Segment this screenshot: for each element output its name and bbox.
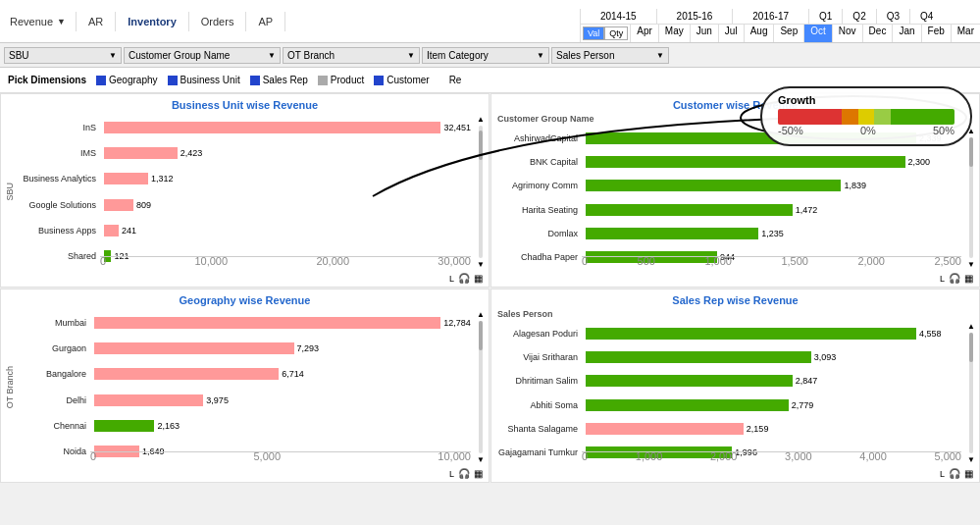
bu-scroll-up[interactable]: ▲ — [477, 115, 485, 124]
cw-x25k: 2,500 — [934, 255, 961, 267]
month-sep[interactable]: Sep — [774, 25, 804, 42]
dim-business-unit[interactable]: Business Unit — [168, 75, 240, 85]
growth-orange — [842, 109, 857, 125]
cw-scroll-down[interactable]: ▼ — [967, 260, 975, 269]
geo-x0: 0 — [90, 450, 96, 462]
bu-bar-ins: 32,451 — [104, 121, 471, 134]
month-jul[interactable]: Jul — [719, 25, 745, 42]
dim-sales-rep[interactable]: Sales Rep — [250, 75, 308, 85]
pick-dimensions-label: Pick Dimensions — [8, 75, 86, 85]
sr-footer-l[interactable]: L — [940, 469, 945, 479]
filter-sbu-arrow: ▼ — [109, 51, 117, 60]
nav-orders[interactable]: Orders — [189, 12, 247, 31]
dim-product-label: Product — [331, 75, 364, 85]
year-2016-17: 2016-17 — [733, 9, 809, 24]
bu-scrollbar: ▲ ▼ — [475, 113, 487, 271]
bu-footer-l[interactable]: L — [449, 274, 454, 284]
sr-x0: 0 — [582, 450, 588, 462]
bu-scroll-down[interactable]: ▼ — [477, 260, 485, 269]
bu-row-gs: Google Solutions — [17, 200, 100, 210]
q4: Q4 — [910, 9, 943, 24]
nav-ar[interactable]: AR — [77, 12, 116, 31]
product-color-box — [318, 76, 328, 85]
panel-business-unit: Business Unit wise Revenue SBU InS IMS B… — [0, 93, 490, 288]
month-jun[interactable]: Jun — [691, 25, 719, 42]
geography-color-box — [96, 76, 106, 85]
month-apr[interactable]: Apr — [631, 25, 659, 42]
dim-product[interactable]: Product — [318, 75, 364, 85]
sr-scroll-up[interactable]: ▲ — [967, 322, 975, 331]
growth-title: Growth — [778, 94, 816, 106]
geo-scrollbar: ▲ ▼ — [475, 308, 487, 466]
filter-sp-label: Sales Person — [556, 50, 614, 61]
nav-bar: Revenue ▼ AR Inventory Orders AP 2014-15… — [0, 0, 980, 43]
geo-scroll-down[interactable]: ▼ — [477, 455, 485, 464]
cw-bar-5: 1,235 — [586, 227, 961, 240]
bu-grid-icon[interactable]: ▦ — [474, 273, 483, 284]
bu-x30k: 30,000 — [438, 255, 471, 267]
filter-item-arrow: ▼ — [537, 51, 544, 60]
geo-bar-gurgaon: 7,293 — [94, 341, 471, 355]
cw-row-6: Chadha Paper — [493, 252, 582, 262]
filter-item-category[interactable]: Item Category ▼ — [422, 47, 549, 64]
filter-sales-person[interactable]: Sales Person ▼ — [551, 47, 669, 64]
sr-headphone-icon[interactable]: 🎧 — [949, 468, 960, 479]
nav-ap[interactable]: AP — [246, 12, 285, 31]
month-oct[interactable]: Oct — [804, 25, 833, 42]
bu-bar-gs: 809 — [104, 198, 471, 212]
bu-chart-title: Business Unit wise Revenue — [3, 96, 487, 113]
cw-row-4: Harita Seating — [493, 205, 582, 215]
month-aug[interactable]: Aug — [745, 25, 775, 42]
sr-grid-icon[interactable]: ▦ — [964, 468, 973, 479]
sr-scroll-down[interactable]: ▼ — [967, 455, 975, 464]
sr-scroll-track — [969, 333, 973, 453]
sr-x2k: 2,000 — [710, 450, 738, 462]
cw-bar-3: 1,839 — [586, 179, 961, 192]
bu-bar-bapps: 241 — [104, 224, 471, 237]
month-may[interactable]: May — [659, 25, 691, 42]
bu-headphone-icon[interactable]: 🎧 — [458, 273, 470, 284]
filter-item-label: Item Category — [427, 50, 489, 61]
cw-grid-icon[interactable]: ▦ — [964, 273, 973, 284]
month-jan[interactable]: Jan — [893, 25, 921, 42]
filter-ot-branch-label: OT Branch — [287, 50, 335, 61]
filter-sbu[interactable]: SBU ▼ — [4, 47, 122, 64]
growth-tick-neg50: -50% — [778, 125, 803, 136]
cw-bar-2: 2,300 — [586, 155, 961, 169]
cw-x500: 500 — [638, 255, 655, 267]
geo-footer-l[interactable]: L — [449, 469, 454, 479]
sr-rows: Alagesan Poduri Vijai Sritharan Dhritima… — [493, 320, 582, 466]
dim-customer[interactable]: Customer — [374, 75, 429, 85]
geo-scroll-up[interactable]: ▲ — [477, 310, 485, 319]
qty-button[interactable]: Qty — [604, 26, 628, 40]
month-mar[interactable]: Mar — [952, 25, 980, 42]
val-button[interactable]: Val — [583, 26, 604, 40]
geo-x10k: 10,000 — [438, 450, 471, 462]
month-feb[interactable]: Feb — [922, 25, 952, 42]
customer-color-box — [374, 76, 384, 85]
filter-customer-group[interactable]: Customer Group Name ▼ — [124, 47, 281, 64]
bu-row-bapps: Business Apps — [17, 226, 100, 236]
geo-grid-icon[interactable]: ▦ — [474, 468, 483, 479]
panel-sales-rep: Sales Rep wise Revenue Sales Person Alag… — [490, 289, 980, 483]
sr-chart-title: Sales Rep wise Revenue — [493, 291, 977, 308]
geo-headphone-icon[interactable]: 🎧 — [458, 468, 470, 479]
sr-row-1: Alagesan Poduri — [493, 329, 582, 339]
month-dec[interactable]: Dec — [863, 25, 894, 42]
cw-x15k: 1,500 — [781, 255, 808, 267]
sr-scrollbar: ▲ ▼ — [965, 320, 977, 466]
growth-bar — [778, 109, 954, 125]
geo-row-bangalore: Bangalore — [17, 369, 90, 379]
cw-headphone-icon[interactable]: 🎧 — [949, 273, 960, 284]
bu-x-axis: 0 10,000 20,000 30,000 — [100, 255, 471, 267]
month-nov[interactable]: Nov — [833, 25, 863, 42]
filter-customer-arrow: ▼ — [268, 51, 276, 60]
nav-inventory[interactable]: Inventory — [116, 12, 189, 31]
cw-footer-l[interactable]: L — [940, 274, 945, 284]
nav-revenue[interactable]: Revenue ▼ — [0, 12, 77, 31]
filter-ot-branch[interactable]: OT Branch ▼ — [283, 47, 420, 64]
growth-axis: -50% 0% 50% — [778, 125, 954, 136]
dim-geography[interactable]: Geography — [96, 75, 157, 85]
cw-bars: 2,339 2,300 1,839 1,472 1,235 944 0 500 … — [582, 125, 965, 271]
cw-scroll-track — [969, 137, 973, 258]
